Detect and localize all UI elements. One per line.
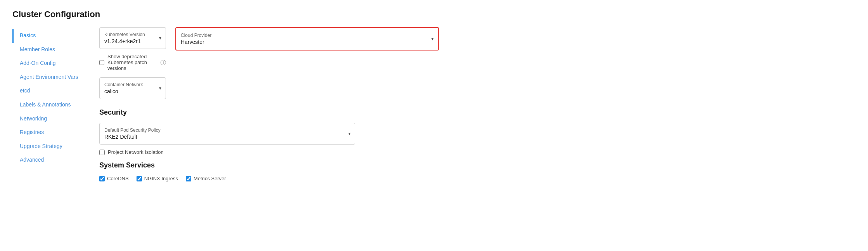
nginx-ingress-checkbox[interactable] [137,176,142,181]
sidebar-item-agent-environment-vars[interactable]: Agent Environment Vars [12,70,90,84]
kubernetes-version-wrapper: Kubernetes Version v1.24.4+rke2r1 ▾ [99,27,166,49]
metrics-server-checkbox[interactable] [186,176,191,181]
sidebar-item-networking[interactable]: Networking [12,112,90,126]
kubernetes-version-value: v1.24.4+rke2r1 [104,38,152,44]
page-title: Cluster Configuration [12,9,856,19]
sidebar-item-advanced[interactable]: Advanced [12,153,90,167]
pod-security-policy-label: Default Pod Security Policy [104,127,341,133]
sidebar-item-upgrade-strategy[interactable]: Upgrade Strategy [12,139,90,153]
system-services-section: System Services CoreDNS NGINX Ingress Me… [99,161,439,181]
cloud-provider-select-wrapper: Cloud Provider Harvester ▾ [176,28,438,50]
service-coredns: CoreDNS [99,176,129,181]
sidebar-item-labels-annotations[interactable]: Labels & Annotations [12,98,90,112]
cloud-provider-label: Cloud Provider [181,33,424,38]
cloud-provider-select[interactable]: Cloud Provider Harvester [176,28,438,50]
container-network-wrapper: Container Network calico ▾ [99,77,166,99]
show-deprecated-info-icon[interactable]: i [161,60,166,65]
service-metrics-server: Metrics Server [186,176,226,181]
service-nginx-ingress: NGINX Ingress [137,176,178,181]
show-deprecated-row: Show deprecated Kubernetes patch version… [99,54,166,71]
sidebar: Basics Member Roles Add-On Config Agent … [12,27,90,181]
show-deprecated-checkbox[interactable] [99,60,104,65]
project-network-isolation-checkbox[interactable] [99,150,105,155]
project-network-isolation-label: Project Network Isolation [108,149,164,155]
container-network-label: Container Network [104,82,152,87]
nginx-ingress-label: NGINX Ingress [144,176,178,181]
sidebar-item-member-roles[interactable]: Member Roles [12,43,90,57]
coredns-checkbox[interactable] [99,176,105,181]
pod-security-policy-value: RKE2 Default [104,134,341,140]
services-checkboxes: CoreDNS NGINX Ingress Metrics Server [99,176,439,181]
sidebar-item-add-on-config[interactable]: Add-On Config [12,56,90,70]
security-heading: Security [99,108,439,117]
pod-security-policy-select[interactable]: Default Pod Security Policy RKE2 Default [99,123,355,145]
metrics-server-label: Metrics Server [194,176,226,181]
project-network-isolation-row: Project Network Isolation [99,149,439,155]
pod-security-policy-wrapper: Default Pod Security Policy RKE2 Default… [99,123,355,145]
container-network-select[interactable]: Container Network calico [99,77,166,99]
container-network-value: calico [104,88,152,94]
main-content: Kubernetes Version v1.24.4+rke2r1 ▾ Show… [90,27,439,181]
sidebar-item-basics[interactable]: Basics [12,29,90,43]
kubernetes-version-select[interactable]: Kubernetes Version v1.24.4+rke2r1 [99,27,166,49]
cloud-provider-wrapper: Cloud Provider Harvester ▾ [175,27,439,51]
cloud-provider-value: Harvester [181,39,424,45]
kubernetes-version-label: Kubernetes Version [104,32,152,37]
system-services-heading: System Services [99,161,439,169]
coredns-label: CoreDNS [107,176,129,181]
sidebar-item-etcd[interactable]: etcd [12,84,90,98]
show-deprecated-label: Show deprecated Kubernetes patch version… [107,54,166,71]
sidebar-item-registries[interactable]: Registries [12,126,90,139]
